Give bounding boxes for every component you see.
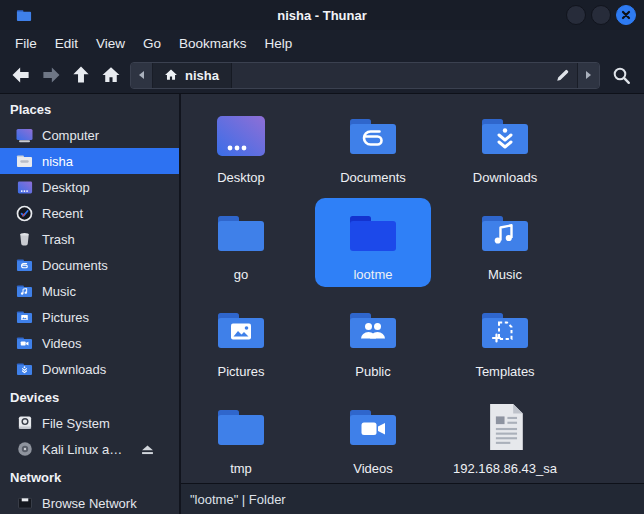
text-file-icon: [485, 401, 526, 453]
folder-videos-icon: [16, 336, 33, 350]
sidebar-item-desktop[interactable]: Desktop: [0, 174, 179, 200]
sidebar-item-label: Trash: [42, 232, 75, 247]
file-label: 192.168.86.43_sa: [453, 461, 557, 476]
home-icon: [101, 65, 121, 85]
menu-edit[interactable]: Edit: [46, 32, 87, 55]
harddrive-icon: [16, 415, 33, 431]
sidebar-item-label: Documents: [42, 258, 108, 273]
file-desktop[interactable]: Desktop: [181, 98, 301, 195]
file-templates[interactable]: Templates: [445, 292, 565, 389]
sidebar: Places Computer nisha Desktop: [0, 94, 181, 514]
menu-view[interactable]: View: [87, 32, 134, 55]
home-icon: [164, 68, 178, 82]
folder-downloads-icon: [16, 362, 33, 376]
folder-documents-icon: [347, 110, 399, 162]
menu-file[interactable]: File: [6, 32, 46, 55]
menu-go[interactable]: Go: [134, 32, 170, 55]
file-label: Pictures: [218, 364, 265, 379]
sidebar-item-computer[interactable]: Computer: [0, 122, 179, 148]
sidebar-item-pictures[interactable]: Pictures: [0, 304, 179, 330]
sidebar-item-label: Kali Linux a…: [42, 442, 122, 457]
sidebar-item-label: Computer: [42, 128, 99, 143]
selected-file-tile: lootme: [315, 198, 431, 287]
back-button[interactable]: [6, 62, 36, 89]
desktop-icon: [16, 181, 33, 194]
statusbar-text: "lootme" | Folder: [190, 492, 286, 507]
file-pictures[interactable]: Pictures: [181, 292, 301, 389]
sidebar-item-videos[interactable]: Videos: [0, 330, 179, 356]
eject-button[interactable]: [141, 444, 154, 455]
file-tmp[interactable]: tmp: [181, 389, 301, 486]
sidebar-item-nisha[interactable]: nisha: [0, 148, 179, 174]
sidebar-item-music[interactable]: Music: [0, 278, 179, 304]
minimize-button[interactable]: [566, 5, 586, 25]
maximize-button[interactable]: [591, 5, 611, 25]
sidebar-item-documents[interactable]: Documents: [0, 252, 179, 278]
network-icon: [16, 496, 33, 510]
titlebar[interactable]: nisha - Thunar: [0, 0, 644, 30]
menu-bookmarks[interactable]: Bookmarks: [170, 32, 256, 55]
sidebar-item-label: Recent: [42, 206, 83, 221]
file-label: Public: [355, 364, 390, 379]
file-videos[interactable]: Videos: [313, 389, 433, 486]
file-public[interactable]: Public: [313, 292, 433, 389]
file-lootme[interactable]: lootme: [313, 195, 433, 292]
file-downloads[interactable]: Downloads: [445, 98, 565, 195]
up-button[interactable]: [66, 62, 96, 89]
file-192-168-86-43-sa[interactable]: 192.168.86.43_sa: [445, 389, 565, 486]
file-documents[interactable]: Documents: [313, 98, 433, 195]
forward-button[interactable]: [36, 62, 66, 89]
desktop-icon: [215, 110, 267, 162]
toolbar: nisha: [0, 57, 644, 94]
file-music[interactable]: Music: [445, 195, 565, 292]
back-arrow-icon: [10, 64, 32, 86]
path-scroll-right-button[interactable]: [577, 63, 599, 88]
eject-icon: [141, 444, 154, 455]
folder-documents-icon: [16, 258, 33, 272]
sidebar-item-recent[interactable]: Recent: [0, 200, 179, 226]
sidebar-header-network: Network: [0, 466, 179, 490]
folder-downloads-icon: [479, 110, 531, 162]
folder-public-icon: [347, 304, 399, 356]
recent-clock-icon: [16, 205, 33, 222]
sidebar-item-label: File System: [42, 416, 110, 431]
sidebar-item-label: Videos: [42, 336, 82, 351]
sidebar-item-kali-linux[interactable]: Kali Linux a…: [0, 436, 179, 462]
folder-icon: [347, 207, 399, 259]
sidebar-item-downloads[interactable]: Downloads: [0, 356, 179, 382]
file-go[interactable]: go: [181, 195, 301, 292]
home-folder-icon: [16, 154, 33, 168]
file-view[interactable]: Desktop Documents: [181, 94, 644, 514]
home-button[interactable]: [96, 62, 126, 89]
folder-videos-icon: [347, 401, 399, 453]
sidebar-item-browse-network[interactable]: Browse Network: [0, 490, 179, 514]
path-empty-area[interactable]: [232, 63, 547, 88]
sidebar-item-label: Browse Network: [42, 496, 137, 511]
sidebar-item-label: Music: [42, 284, 76, 299]
sidebar-item-label: Pictures: [42, 310, 89, 325]
file-label: Music: [488, 267, 522, 282]
optical-disc-icon: [16, 441, 33, 457]
sidebar-header-devices: Devices: [0, 386, 179, 410]
sidebar-item-file-system[interactable]: File System: [0, 410, 179, 436]
folder-templates-icon: [479, 304, 531, 356]
window-title: nisha - Thunar: [0, 8, 644, 23]
close-button[interactable]: [616, 5, 636, 25]
up-arrow-icon: [70, 64, 92, 86]
chevron-right-icon: [584, 70, 593, 80]
folder-pictures-icon: [16, 310, 33, 324]
chevron-left-icon: [137, 70, 146, 80]
file-label: Documents: [340, 170, 406, 185]
path-scroll-left-button[interactable]: [131, 63, 153, 88]
menubar: File Edit View Go Bookmarks Help: [0, 30, 644, 57]
folder-icon: [215, 207, 267, 259]
sidebar-item-label: nisha: [42, 154, 73, 169]
menu-help[interactable]: Help: [256, 32, 302, 55]
path-edit-button[interactable]: [547, 63, 577, 88]
thunar-window: nisha - Thunar File Edit View Go Bookmar…: [0, 0, 644, 514]
path-segment-current[interactable]: nisha: [153, 63, 232, 88]
sidebar-item-trash[interactable]: Trash: [0, 226, 179, 252]
file-label: Downloads: [473, 170, 537, 185]
search-icon: [612, 66, 631, 85]
search-button[interactable]: [606, 62, 636, 89]
